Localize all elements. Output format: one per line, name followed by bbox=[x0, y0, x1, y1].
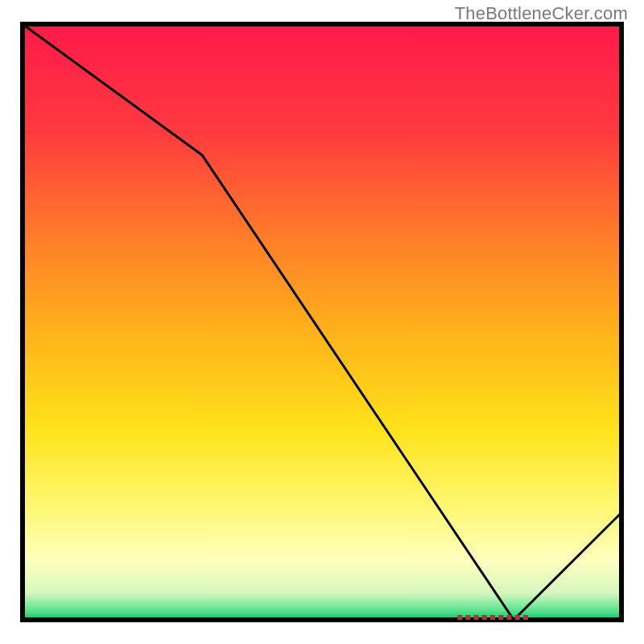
svg-rect-1 bbox=[465, 615, 470, 620]
optimal-marker bbox=[457, 615, 528, 620]
svg-rect-6 bbox=[507, 615, 512, 620]
svg-rect-0 bbox=[457, 615, 462, 620]
chart-container: TheBottleneCker.com bbox=[0, 0, 644, 644]
attribution-label: TheBottleneCker.com bbox=[455, 3, 628, 24]
bottleneck-chart bbox=[0, 0, 644, 644]
svg-rect-5 bbox=[498, 615, 503, 620]
gradient-background bbox=[23, 24, 621, 620]
svg-rect-7 bbox=[515, 615, 520, 620]
svg-rect-4 bbox=[490, 615, 495, 620]
svg-rect-3 bbox=[482, 615, 487, 620]
svg-rect-8 bbox=[523, 615, 528, 620]
svg-rect-2 bbox=[474, 615, 479, 620]
